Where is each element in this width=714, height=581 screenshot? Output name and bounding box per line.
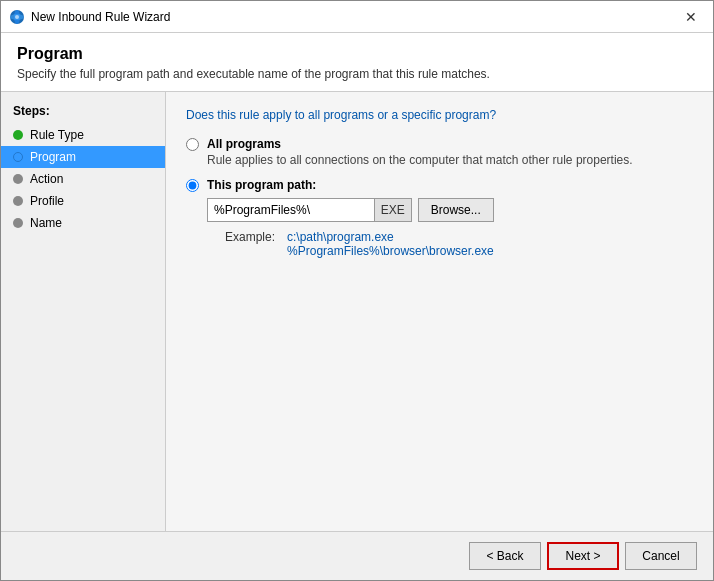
radio-group: All programs Rule applies to all connect…	[186, 136, 693, 258]
all-programs-option: All programs Rule applies to all connect…	[186, 136, 693, 167]
page-title: Program	[17, 45, 697, 63]
program-path-input[interactable]	[207, 198, 375, 222]
example-section: Example: c:\path\program.exe %ProgramFil…	[207, 230, 494, 258]
next-button[interactable]: Next >	[547, 542, 619, 570]
titlebar-icon	[9, 9, 25, 25]
sidebar-item-program[interactable]: Program	[1, 146, 165, 168]
page-description: Specify the full program path and execut…	[17, 67, 697, 81]
step-label-action: Action	[30, 172, 63, 186]
back-button[interactable]: < Back	[469, 542, 541, 570]
example-path-2: %ProgramFiles%\browser\browser.exe	[287, 244, 494, 258]
this-program-option: This program path: EXE Browse... Example…	[186, 177, 693, 258]
step-dot-program	[13, 152, 23, 162]
footer: < Back Next > Cancel	[1, 531, 713, 580]
sidebar-item-action[interactable]: Action	[1, 168, 165, 190]
step-label-program: Program	[30, 150, 76, 164]
program-path-row: EXE Browse...	[207, 198, 494, 222]
sidebar-item-name[interactable]: Name	[1, 212, 165, 234]
step-label-rule-type: Rule Type	[30, 128, 84, 142]
sidebar: Steps: Rule TypeProgramActionProfileName	[1, 92, 166, 531]
titlebar: New Inbound Rule Wizard ✕	[1, 1, 713, 33]
content-area: Steps: Rule TypeProgramActionProfileName…	[1, 92, 713, 531]
question-text: Does this rule apply to all programs or …	[186, 108, 693, 122]
sidebar-item-rule-type[interactable]: Rule Type	[1, 124, 165, 146]
step-label-profile: Profile	[30, 194, 64, 208]
wizard-window: New Inbound Rule Wizard ✕ Program Specif…	[0, 0, 714, 581]
this-program-radio[interactable]	[186, 179, 199, 192]
example-label: Example:	[207, 230, 275, 244]
cancel-button[interactable]: Cancel	[625, 542, 697, 570]
this-program-label[interactable]: This program path:	[207, 178, 316, 192]
example-paths: c:\path\program.exe %ProgramFiles%\brows…	[287, 230, 494, 258]
all-programs-sublabel: Rule applies to all connections on the c…	[207, 153, 633, 167]
close-button[interactable]: ✕	[677, 5, 705, 29]
step-dot-action	[13, 174, 23, 184]
titlebar-title: New Inbound Rule Wizard	[31, 10, 677, 24]
svg-point-3	[15, 15, 19, 19]
main-panel: Does this rule apply to all programs or …	[166, 92, 713, 531]
step-dot-profile	[13, 196, 23, 206]
step-dot-rule-type	[13, 130, 23, 140]
step-dot-name	[13, 218, 23, 228]
all-programs-radio[interactable]	[186, 138, 199, 151]
browse-button[interactable]: Browse...	[418, 198, 494, 222]
sidebar-item-profile[interactable]: Profile	[1, 190, 165, 212]
path-ext-label: EXE	[375, 198, 412, 222]
header-section: Program Specify the full program path an…	[1, 33, 713, 92]
step-label-name: Name	[30, 216, 62, 230]
steps-label: Steps:	[1, 104, 165, 124]
program-path-section: EXE Browse... Example: c:\path\program.e…	[207, 198, 494, 258]
example-path-1: c:\path\program.exe	[287, 230, 494, 244]
all-programs-label[interactable]: All programs	[207, 137, 281, 151]
